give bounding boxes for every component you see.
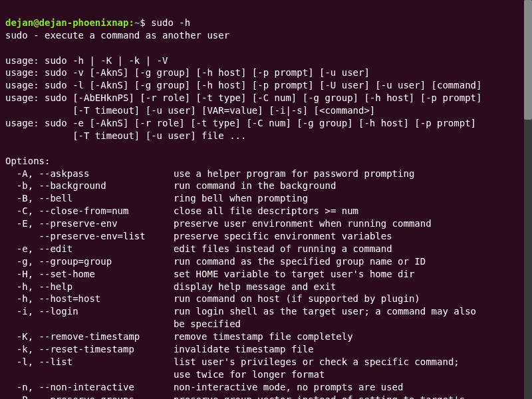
scrollbar-thumb[interactable] bbox=[524, 0, 532, 120]
usage-line: usage: sudo -h | -K | -k | -V bbox=[5, 55, 168, 66]
options-header: Options: bbox=[5, 156, 50, 166]
option-line: -K, --remove-timestamp remove timestamp … bbox=[5, 331, 353, 342]
option-line: -B, --bell ring bell when prompting bbox=[5, 193, 308, 203]
option-line: -P, --preserve-groups preserve group vec… bbox=[5, 394, 465, 399]
option-line: -g, --group=group run command as the spe… bbox=[5, 256, 426, 267]
option-line: -k, --reset-timestamp invalidate timesta… bbox=[5, 344, 314, 354]
option-flag: -h, --help bbox=[5, 281, 174, 292]
option-flag: -H, --set-home bbox=[5, 269, 174, 279]
option-desc: invalidate timestamp file bbox=[174, 344, 314, 354]
option-line: --preserve-env=list preserve specific en… bbox=[5, 231, 392, 241]
option-desc: run command as the specified group name … bbox=[174, 256, 426, 267]
option-line: -A, --askpass use a helper program for p… bbox=[5, 168, 414, 179]
prompt-line: dejan@dejan-phoenixnap:~$ sudo -h bbox=[5, 17, 190, 28]
option-flag: -e, --edit bbox=[5, 243, 174, 254]
option-desc: set HOME variable to target user's home … bbox=[174, 269, 414, 279]
prompt-dollar: $ bbox=[140, 17, 145, 28]
option-flag: -l, --list bbox=[5, 356, 174, 367]
usage-line: usage: sudo -e [-AknS] [-r role] [-t typ… bbox=[5, 118, 476, 128]
option-desc: run login shell as the target user; a co… bbox=[174, 306, 476, 317]
prompt-user-host: dejan@dejan-phoenixnap bbox=[5, 17, 128, 28]
usage-line: usage: sudo -v [-AknS] [-g group] [-h ho… bbox=[5, 67, 370, 78]
option-desc: run command on host (if supported by plu… bbox=[174, 293, 420, 304]
option-line: -n, --non-interactive non-interactive mo… bbox=[5, 382, 403, 392]
option-flag: -b, --background bbox=[5, 180, 174, 191]
option-flag: -E, --preserve-env bbox=[5, 218, 174, 229]
option-desc: close all file descriptors >= num bbox=[174, 205, 358, 216]
option-desc: preserve group vector instead of setting… bbox=[174, 394, 465, 399]
option-line: -h, --help display help message and exit bbox=[5, 281, 336, 292]
option-line: -i, --login run login shell as the targe… bbox=[5, 306, 476, 317]
usage-line: usage: sudo [-AbEHknPS] [-r role] [-t ty… bbox=[5, 92, 481, 103]
option-flag: -A, --askpass bbox=[5, 168, 174, 179]
option-desc: be specified bbox=[174, 319, 241, 329]
prompt-separator: : bbox=[128, 17, 134, 28]
option-flag: -K, --remove-timestamp bbox=[5, 331, 174, 342]
option-flag: -i, --login bbox=[5, 306, 174, 317]
option-flag: -P, --preserve-groups bbox=[5, 394, 174, 399]
usage-line: [-T timeout] [-u user] file ... bbox=[5, 130, 246, 141]
option-line: -C, --close-from=num close all file desc… bbox=[5, 205, 358, 216]
option-flag bbox=[5, 319, 174, 329]
option-flag: -n, --non-interactive bbox=[5, 382, 174, 392]
option-line: -H, --set-home set HOME variable to targ… bbox=[5, 269, 414, 279]
scrollbar-track[interactable] bbox=[524, 0, 532, 399]
option-desc: run command in the background bbox=[174, 180, 336, 191]
option-desc: edit files instead of running a command bbox=[174, 243, 392, 254]
option-flag: --preserve-env=list bbox=[5, 231, 174, 241]
option-flag bbox=[5, 369, 174, 380]
option-desc: remove timestamp file completely bbox=[174, 331, 353, 342]
option-line: use twice for longer format bbox=[5, 369, 325, 380]
option-desc: use twice for longer format bbox=[174, 369, 325, 380]
option-line: -e, --edit edit files instead of running… bbox=[5, 243, 392, 254]
usage-line: usage: sudo -l [-AknS] [-g group] [-h ho… bbox=[5, 80, 481, 90]
option-desc: preserve specific environment variables bbox=[174, 231, 392, 241]
option-line: -h, --host=host run command on host (if … bbox=[5, 293, 420, 304]
option-line: -b, --background run command in the back… bbox=[5, 180, 336, 191]
option-flag: -B, --bell bbox=[5, 193, 174, 203]
option-flag: -h, --host=host bbox=[5, 293, 174, 304]
option-desc: non-interactive mode, no prompts are use… bbox=[174, 382, 404, 392]
option-flag: -g, --group=group bbox=[5, 256, 174, 267]
option-line: -E, --preserve-env preserve user environ… bbox=[5, 218, 432, 229]
option-line: be specified bbox=[5, 319, 241, 329]
description-line: sudo - execute a command as another user bbox=[5, 30, 229, 41]
option-desc: use a helper program for password prompt… bbox=[174, 168, 414, 179]
option-desc: ring bell when prompting bbox=[174, 193, 308, 203]
terminal-viewport[interactable]: dejan@dejan-phoenixnap:~$ sudo -h sudo -… bbox=[0, 0, 532, 399]
option-desc: preserve user environment when running c… bbox=[174, 218, 432, 229]
usage-line: [-T timeout] [-u user] [VAR=value] [-i|-… bbox=[5, 105, 375, 116]
option-desc: display help message and exit bbox=[174, 281, 336, 292]
option-flag: -C, --close-from=num bbox=[5, 205, 174, 216]
option-line: -l, --list list user's privileges or che… bbox=[5, 356, 460, 367]
command-text: sudo -h bbox=[151, 17, 190, 28]
option-flag: -k, --reset-timestamp bbox=[5, 344, 174, 354]
option-desc: list user's privileges or check a specif… bbox=[174, 356, 460, 367]
